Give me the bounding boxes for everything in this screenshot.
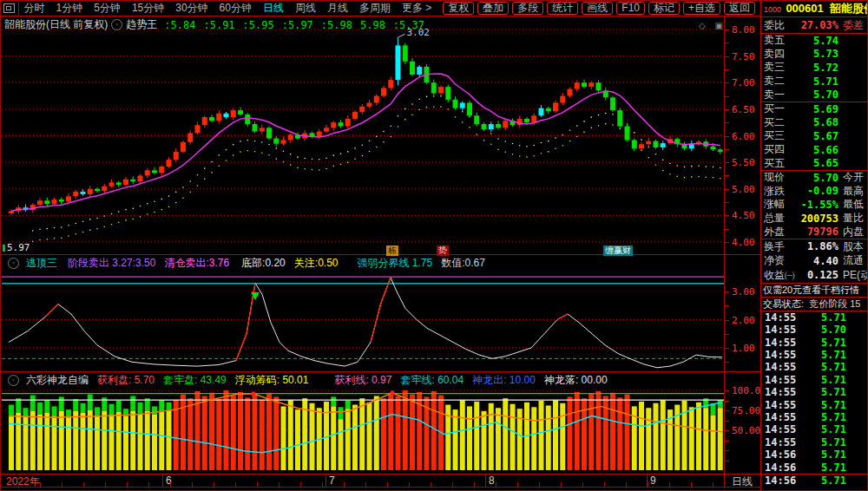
axis-tick [725, 43, 729, 43]
menu-item-周线[interactable]: 周线 [295, 1, 316, 16]
trading-app-window: 分时1分钟5分钟15分钟30分钟60分钟日线周线月线多周期更多 > 复权叠加多段… [0, 0, 868, 491]
stat-value: -0.09 [793, 185, 838, 197]
menu-item-60分钟[interactable]: 60分钟 [220, 1, 252, 16]
bid-买三: 买三5.67 [761, 129, 868, 143]
topbar-button-返回[interactable]: 返回 [724, 2, 755, 15]
axis-tick [725, 175, 729, 176]
tick-time: 14:55 [765, 324, 805, 336]
main-axis-label-8: 8.00 [732, 24, 755, 36]
indicator1-name[interactable]: 趋势王 [126, 17, 157, 32]
indicator2-param-6: 数值:0.67 [441, 257, 485, 269]
indicator2-icon[interactable]: ◦ [8, 258, 19, 269]
stat-label: 涨跌 [764, 185, 793, 199]
stat-right-label: 今开 [843, 171, 864, 185]
axis-tick [725, 362, 729, 363]
axis-tick [725, 109, 729, 110]
ask-price: 5.74 [793, 35, 838, 47]
topbar-button-统计[interactable]: 统计 [547, 2, 578, 15]
menu-item-5分钟[interactable]: 5分钟 [94, 1, 121, 16]
menu-item-更多 >[interactable]: 更多 > [402, 1, 431, 16]
price-axis-line [724, 16, 725, 487]
level2-promo-link[interactable]: 仅需20元查看千档行情 [761, 284, 868, 297]
panel3-axis-label-75: 75.00 [732, 405, 760, 416]
axis-tick [725, 82, 729, 83]
main-axis-label-7.5: 7.50 [732, 51, 755, 62]
indicator3-param-7: 神龙落: 00.00 [544, 374, 608, 386]
bid-price: 5.66 [793, 144, 838, 156]
stock-code: 000601 [786, 2, 823, 15]
axis-tick [725, 390, 729, 391]
stat-row-净资: 净资4.40流通 [761, 254, 868, 269]
indicator1-icon[interactable]: ◦ [111, 19, 122, 30]
tick-row: 14:555.71 [761, 374, 868, 386]
topbar-separator [18, 2, 19, 15]
menu-item-月线[interactable]: 月线 [327, 1, 348, 16]
stat-value: 0.125 [793, 269, 838, 281]
topbar-button-F10[interactable]: F10 [616, 2, 645, 15]
ma-value-0: :5.84 [164, 19, 195, 31]
time-axis: 2022年 日线 6789 [1, 474, 760, 487]
tick-row: 14:555.71 [761, 398, 868, 410]
stock-name: 韶能股份 [830, 2, 868, 15]
quote-header: 1000 000601 韶能股份 [761, 1, 868, 16]
menu-item-30分钟[interactable]: 30分钟 [175, 1, 207, 16]
six-color-dragon-chart[interactable] [2, 385, 724, 474]
panel3-top-divider [1, 371, 760, 372]
ma-value-5: 5.98 [360, 19, 385, 31]
panel2-axis-label-2: 2.00 [732, 315, 755, 326]
topbar-button-画线[interactable]: 画线 [582, 2, 613, 15]
stat-value: 5.70 [793, 172, 838, 184]
tick-list[interactable]: 14:555.7114:555.7014:555.7114:555.7114:5… [761, 311, 868, 474]
escape-top-indicator-chart[interactable] [2, 270, 724, 371]
topbar-button-叠加[interactable]: 叠加 [477, 2, 509, 15]
bid-price: 5.68 [793, 116, 838, 128]
chart-flag-栋: 栋 [386, 245, 398, 256]
month-gridline [485, 474, 486, 487]
stat-label: 总量 [764, 212, 793, 226]
menu-item-1分钟[interactable]: 1分钟 [56, 1, 83, 16]
topbar-button-+自选[interactable]: +自选 [683, 2, 720, 15]
topbar-button-复权[interactable]: 复权 [443, 2, 474, 15]
bid-price: 5.67 [793, 130, 838, 142]
stat-right-label: PE(动) [843, 268, 868, 283]
axis-tick [725, 69, 729, 70]
axis-tick [725, 215, 729, 216]
window-icon[interactable] [3, 3, 15, 13]
panel3-axis-label-50: 50.00 [732, 425, 760, 436]
chart-tool-icons[interactable]: ◇ ▣ [699, 21, 727, 30]
main-axis-label-4.5: 4.50 [732, 210, 755, 221]
menu-item-15分钟[interactable]: 15分钟 [132, 1, 164, 16]
indicator3-icon[interactable]: ◦ [8, 375, 19, 386]
menu-item-日线[interactable]: 日线 [263, 1, 284, 16]
stat-row-收益㈠: 收益㈠0.125PE(动) [761, 268, 868, 283]
tick-list-last-row: 14:565.71 [761, 475, 868, 487]
main-candlestick-chart[interactable]: 3.02 [2, 16, 724, 254]
indicator3-name[interactable]: 六彩神龙自编 [26, 374, 89, 386]
tick-time: 14:55 [765, 337, 805, 349]
bid-买五: 买五5.65 [761, 156, 868, 170]
tick-time: 14:55 [765, 311, 805, 324]
stat-row-现价: 现价5.70今开 [761, 171, 868, 185]
topbar-button-多段[interactable]: 多段 [512, 2, 543, 15]
menu-item-多周期[interactable]: 多周期 [359, 1, 391, 16]
menu-item-分时[interactable]: 分时 [24, 1, 45, 16]
indicator2-name[interactable]: 逃顶三 [26, 257, 57, 269]
indicator2-param-4: 关注:0.50 [294, 257, 339, 269]
topbar-button-标记[interactable]: 标记 [648, 2, 680, 15]
stat-row-总量: 总量200753量比 [761, 212, 868, 226]
stat-label: 换手 [764, 239, 793, 254]
period-menu: 分时1分钟5分钟15分钟30分钟60分钟日线周线月线多周期更多 > [24, 1, 444, 16]
indicator2-param-5: 强弱分界线 1.75 [358, 257, 433, 269]
tick-row: 14:555.71 [761, 336, 868, 348]
topbar: 分时1分钟5分钟15分钟30分钟60分钟日线周线月线多周期更多 > 复权叠加多段… [1, 1, 760, 16]
month-gridline [326, 474, 326, 487]
ask-levels: 卖五5.74卖四5.73卖三5.72卖二5.71卖一5.70 [761, 34, 868, 101]
price-left-label: 5.97 [3, 242, 30, 253]
axis-tick [725, 122, 729, 123]
month-label-7: 7 [329, 475, 335, 487]
axis-corner-line [724, 474, 725, 487]
tick-time: 14:55 [765, 361, 805, 373]
quote-stats-2: 换手1.86%股本净资4.40流通收益㈠0.125PE(动) [761, 239, 868, 283]
ask-卖二: 卖二5.71 [761, 75, 868, 88]
stat-right-label: 最高 [843, 185, 864, 199]
